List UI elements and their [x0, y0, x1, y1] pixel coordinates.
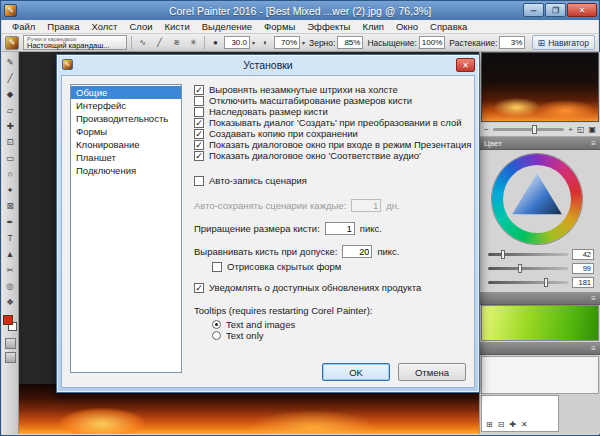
- zoom-slider[interactable]: [493, 128, 565, 131]
- tooltips-option-row[interactable]: Text only: [212, 330, 466, 341]
- color-swatches[interactable]: [3, 315, 18, 335]
- layer-adjuster-tool-icon[interactable]: ✚: [4, 119, 17, 132]
- freehand-stroke-icon[interactable]: ∿: [136, 36, 149, 49]
- delete-icon[interactable]: ✕: [521, 420, 528, 429]
- radio-text-only[interactable]: [212, 331, 221, 340]
- category-connections[interactable]: Подключения: [71, 164, 181, 177]
- actual-size-icon[interactable]: ▣: [588, 125, 596, 134]
- green-slider[interactable]: [488, 267, 568, 270]
- straight-stroke-icon[interactable]: ╱: [153, 36, 166, 49]
- text-tool-icon[interactable]: T: [4, 231, 17, 244]
- menu-shapes[interactable]: Формы: [258, 21, 301, 32]
- lasso-tool-icon[interactable]: ○: [4, 167, 17, 180]
- grain-control[interactable]: Зерно: 85%: [309, 36, 363, 49]
- pen-tool-icon[interactable]: ✒: [4, 215, 17, 228]
- tooltips-option-row[interactable]: Text and images: [212, 319, 466, 330]
- checkbox-row[interactable]: Отключить масштабирование размеров кисти: [194, 95, 466, 106]
- opacity-value[interactable]: 70%: [274, 36, 300, 49]
- dialog-title-bar[interactable]: ✎ Установки ✕: [57, 55, 479, 74]
- color-panel-header[interactable]: Цвет ≡: [480, 137, 600, 150]
- shape-select-tool-icon[interactable]: ▲: [4, 247, 17, 260]
- checkbox[interactable]: [194, 107, 204, 117]
- checkbox-row[interactable]: ✓ Выровнять незамкнутые штрихи на холсте: [194, 84, 466, 95]
- zoom-out-icon[interactable]: −: [484, 125, 489, 134]
- radio-text-and-images[interactable]: [212, 320, 221, 329]
- category-general[interactable]: Общие: [71, 86, 181, 99]
- zoom-slider-thumb[interactable]: [532, 125, 537, 134]
- checkbox[interactable]: [194, 176, 204, 186]
- checkbox[interactable]: ✓: [194, 85, 204, 95]
- auto-record-script-row[interactable]: Авто-запись сценария: [194, 175, 466, 186]
- category-interface[interactable]: Интерфейс: [71, 99, 181, 112]
- zoom-in-icon[interactable]: +: [568, 125, 573, 134]
- menu-help[interactable]: Справка: [424, 21, 473, 32]
- panel-flyout-icon[interactable]: ≡: [591, 344, 596, 353]
- checkbox[interactable]: ✓: [194, 140, 204, 150]
- main-color-swatch[interactable]: [3, 315, 13, 325]
- hidden-shapes-row[interactable]: Отрисовка скрытых форм: [212, 261, 466, 272]
- grain-value[interactable]: 85%: [337, 36, 363, 49]
- mixer-pad[interactable]: [481, 305, 599, 341]
- menu-layers[interactable]: Слои: [123, 21, 158, 32]
- navigator-tab[interactable]: ⊞ Навигатор: [532, 35, 595, 50]
- bleed-value[interactable]: 3%: [499, 36, 525, 49]
- category-performance[interactable]: Производительность: [71, 112, 181, 125]
- magic-wand-tool-icon[interactable]: ✦: [4, 183, 17, 196]
- menu-file[interactable]: Файл: [6, 21, 41, 32]
- green-value[interactable]: 99: [572, 263, 594, 274]
- checkbox[interactable]: [212, 262, 222, 272]
- maximize-button[interactable]: ❐: [545, 3, 566, 17]
- close-button[interactable]: ✕: [567, 3, 597, 17]
- blue-slider-thumb[interactable]: [544, 278, 548, 287]
- hue-ring[interactable]: [492, 154, 582, 244]
- brush-selector[interactable]: Ручки и карандаши Настоящий карандаш...: [23, 35, 127, 50]
- checkbox-row[interactable]: Наследовать размер кисти: [194, 106, 466, 117]
- resat-value[interactable]: 100%: [419, 36, 445, 49]
- brush-size-control[interactable]: ● 30.0 ▾: [209, 36, 255, 49]
- dropper-tool-icon[interactable]: ╱: [4, 71, 17, 84]
- cancel-button[interactable]: Отмена: [398, 363, 466, 381]
- checkbox[interactable]: ✓: [194, 283, 204, 293]
- paper-selector[interactable]: [5, 338, 16, 349]
- checkbox-row[interactable]: ✓ Создавать копию при сохранении: [194, 128, 466, 139]
- checkbox[interactable]: [194, 96, 204, 106]
- checkbox-row[interactable]: ✓ Показывать диалог 'Создать' при преобр…: [194, 117, 466, 128]
- scissors-tool-icon[interactable]: ✂: [4, 263, 17, 276]
- menu-movie[interactable]: Клип: [356, 21, 390, 32]
- category-cloning[interactable]: Клонирование: [71, 138, 181, 151]
- checkbox[interactable]: ✓: [194, 129, 204, 139]
- bleed-control[interactable]: Растекание: 3%: [449, 36, 525, 49]
- menu-select[interactable]: Выделение: [196, 21, 258, 32]
- minimize-button[interactable]: ─: [523, 3, 544, 17]
- chevron-down-icon[interactable]: ▾: [252, 39, 255, 46]
- list-view-icon[interactable]: ⊟: [498, 420, 505, 429]
- align-stroke-icon[interactable]: ≋: [170, 36, 183, 49]
- resat-control[interactable]: Насыщение: 100%: [367, 36, 445, 49]
- mixer-panel-header[interactable]: ≡: [480, 292, 600, 305]
- layers-panel-header[interactable]: ≡: [480, 342, 600, 355]
- align-tolerance-input[interactable]: [342, 245, 372, 258]
- title-bar[interactable]: ✎ Corel Painter 2016 - [Best Mixed ...we…: [1, 1, 599, 20]
- red-slider[interactable]: [488, 253, 568, 256]
- chevron-down-icon[interactable]: ▾: [302, 39, 305, 46]
- category-tablet[interactable]: Планшет: [71, 151, 181, 164]
- eraser-tool-icon[interactable]: ▱: [4, 103, 17, 116]
- blue-slider[interactable]: [488, 281, 568, 284]
- menu-brushes[interactable]: Кисти: [159, 21, 196, 32]
- blue-value[interactable]: 181: [572, 277, 594, 288]
- checkbox-row[interactable]: ✓ Показать диалоговое окно 'Соответствие…: [194, 150, 466, 161]
- zoom-tool-icon[interactable]: ◎: [4, 279, 17, 292]
- menu-effects[interactable]: Эффекты: [301, 21, 356, 32]
- thumbnails-icon[interactable]: ⊞: [486, 420, 493, 429]
- fit-screen-icon[interactable]: ◱: [577, 125, 585, 134]
- update-notify-row[interactable]: ✓ Уведомлять о доступных обновлениях про…: [194, 282, 466, 293]
- transform-tool-icon[interactable]: ⊡: [4, 135, 17, 148]
- dialog-close-button[interactable]: ✕: [456, 58, 475, 72]
- menu-window[interactable]: Окно: [390, 21, 424, 32]
- green-slider-thumb[interactable]: [518, 264, 522, 273]
- opacity-control[interactable]: ◐ 70% ▾: [259, 36, 305, 49]
- brush-increment-input[interactable]: [325, 222, 355, 235]
- checkbox-row[interactable]: ✓ Показать диалоговое окно при входе в р…: [194, 139, 466, 150]
- menu-canvas[interactable]: Холст: [85, 21, 123, 32]
- gradient-selector[interactable]: [5, 352, 16, 363]
